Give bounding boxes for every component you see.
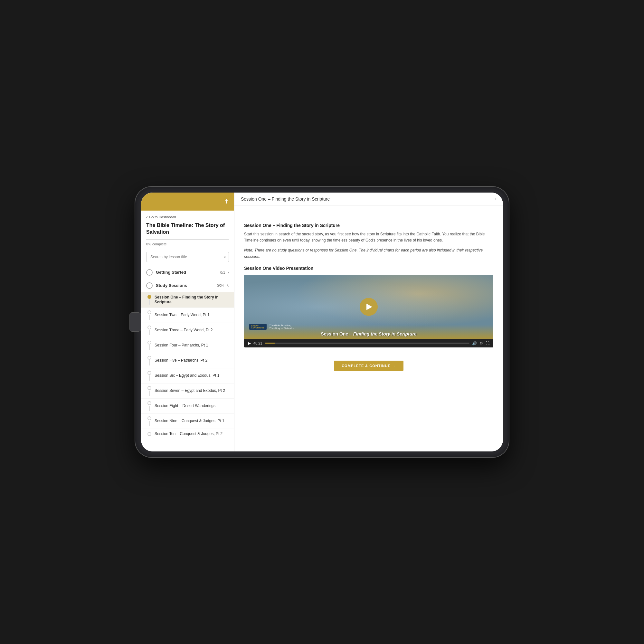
lesson-item-s3[interactable]: Session Three – Early World, Pt 2 <box>141 323 234 338</box>
main-content: Session One – Finding the Story in Scrip… <box>234 193 503 451</box>
lesson-item-s7[interactable]: Session Seven – Egypt and Exodus, Pt 2 <box>141 384 234 399</box>
content-section-title: Session One – Finding the Story in Scrip… <box>244 223 493 228</box>
lesson-dot-s2 <box>147 310 151 314</box>
section-count-study-sessions: 0/24 <box>217 284 224 288</box>
ipad-device: ⬆ Go to Dashboard The Bible Timeline: Th… <box>135 187 509 457</box>
lesson-title-s4: Session Four – Patriarchs, Pt 1 <box>155 343 208 348</box>
sidebar: ⬆ Go to Dashboard The Bible Timeline: Th… <box>141 193 234 451</box>
chevron-up-icon: ∧ <box>226 283 229 288</box>
lesson-dot-s3 <box>147 326 151 329</box>
content-note: Note: There are no study questions or re… <box>244 247 493 260</box>
ipad-screen: ⬆ Go to Dashboard The Bible Timeline: Th… <box>141 193 503 451</box>
lesson-item-s9[interactable]: Session Nine – Conquest & Judges, Pt 1 <box>141 414 234 429</box>
search-box: ▾ <box>146 252 229 262</box>
lesson-title-s2: Session Two – Early World, Pt 1 <box>155 313 210 318</box>
section-title-study-sessions: Study Sessions <box>156 283 217 288</box>
lesson-item-s5[interactable]: Session Five – Patriarchs, Pt 2 <box>141 353 234 368</box>
brand-line1: GREATADVENTURE <box>251 325 265 329</box>
search-input[interactable] <box>146 252 229 262</box>
play-pause-button[interactable]: ▶ <box>248 341 251 346</box>
section-circle-study <box>146 282 153 289</box>
progress-text: 0% complete <box>146 242 229 246</box>
course-title: The Bible Timeline: The Story of Salvati… <box>146 222 229 236</box>
brand-logo-area: GREATADVENTURE The Bible Timeline,The St… <box>249 324 295 330</box>
lesson-dot-s8 <box>147 401 151 405</box>
lesson-dot-container-s8 <box>147 401 151 411</box>
top-line <box>369 216 369 220</box>
lesson-item-s10[interactable]: Session Ten – Conquest & Judges, Pt 2 <box>141 429 234 440</box>
lesson-dot-s1 <box>147 295 151 299</box>
lesson-connector <box>149 375 150 381</box>
play-icon <box>366 304 372 310</box>
lesson-dot-s10 <box>147 432 151 436</box>
lesson-dot-container-s6 <box>147 371 151 381</box>
play-button[interactable] <box>360 298 378 316</box>
lesson-dot-container-s1 <box>147 295 151 305</box>
video-controls: ▶ 48:21 🔊 ⚙ ⛶ <box>244 339 493 347</box>
lesson-title-s1: Session One – Finding the Story in Scrip… <box>155 295 229 305</box>
video-thumbnail: Session One – Finding the Story in Scrip… <box>244 275 493 339</box>
lesson-item-s1[interactable]: Session One – Finding the Story in Scrip… <box>141 292 234 308</box>
lesson-title-s8: Session Eight – Desert Wanderings <box>155 403 215 409</box>
brand-badge: GREATADVENTURE <box>249 324 267 330</box>
lesson-item-s4[interactable]: Session Four – Patriarchs, Pt 1 <box>141 338 234 353</box>
lesson-dot-s4 <box>147 341 151 345</box>
video-time-display: 48:21 <box>253 341 262 345</box>
section-getting-started[interactable]: Getting Started 0/1 › <box>141 266 234 279</box>
lesson-connector <box>149 330 150 335</box>
section-study-sessions[interactable]: Study Sessions 0/24 ∧ <box>141 279 234 292</box>
lesson-dot-container-s5 <box>147 356 151 365</box>
content-divider <box>244 354 493 354</box>
lesson-dot-s9 <box>147 416 151 420</box>
expand-icon[interactable]: ⤢ <box>491 195 498 203</box>
lesson-item-s2[interactable]: Session Two – Early World, Pt 1 <box>141 308 234 323</box>
video-progress-track[interactable] <box>265 343 469 344</box>
lesson-connector <box>149 406 150 411</box>
complete-button-wrapper: COMPLETE & CONTINUE → <box>244 361 493 377</box>
lesson-connector <box>149 391 150 396</box>
top-decoration <box>244 213 493 223</box>
lesson-dot-container-s4 <box>147 341 151 350</box>
lesson-connector <box>149 421 150 426</box>
content-description: Start this session in search of the sacr… <box>244 231 493 243</box>
lesson-dot-container-s7 <box>147 386 151 396</box>
lesson-dot-container-s9 <box>147 416 151 426</box>
main-body: Session One – Finding the Story in Scrip… <box>234 205 503 451</box>
chevron-down-icon: › <box>228 270 229 274</box>
lesson-dot-s5 <box>147 356 151 360</box>
lesson-dot-container-s10 <box>147 432 151 436</box>
course-info: Go to Dashboard The Bible Timeline: The … <box>141 211 234 252</box>
volume-icon[interactable]: 🔊 <box>472 341 477 346</box>
sidebar-header: ⬆ <box>141 193 234 211</box>
video-session-text: Session One – Finding the Story in Scrip… <box>249 331 488 336</box>
progress-bar-container <box>146 239 229 240</box>
lesson-title-s3: Session Three – Early World, Pt 2 <box>155 328 213 333</box>
lesson-title-s9: Session Nine – Conquest & Judges, Pt 1 <box>155 419 224 424</box>
lesson-connector <box>149 360 150 365</box>
complete-continue-button[interactable]: COMPLETE & CONTINUE → <box>334 361 403 371</box>
section-title-getting-started: Getting Started <box>156 270 220 275</box>
lesson-title-s5: Session Five – Patriarchs, Pt 2 <box>155 358 207 363</box>
main-header-title: Session One – Finding the Story in Scrip… <box>241 196 330 202</box>
lesson-dot-s6 <box>147 371 151 375</box>
lesson-dot-container-s2 <box>147 310 151 320</box>
brand-line2: The Bible Timeline,The Story of Salvatio… <box>269 324 295 330</box>
lesson-title-s7: Session Seven – Egypt and Exodus, Pt 2 <box>155 388 225 393</box>
lesson-connector <box>149 299 150 305</box>
lesson-item-s8[interactable]: Session Eight – Desert Wanderings <box>141 399 234 414</box>
settings-icon[interactable]: ⚙ <box>479 341 483 346</box>
section-circle <box>146 269 153 276</box>
lesson-dot-s7 <box>147 386 151 390</box>
back-to-dashboard-link[interactable]: Go to Dashboard <box>146 214 229 220</box>
fullscreen-icon[interactable]: ⛶ <box>486 341 489 346</box>
lesson-title-s6: Session Six – Egypt and Exodus, Pt 1 <box>155 373 219 378</box>
main-header: Session One – Finding the Story in Scrip… <box>234 193 503 205</box>
lesson-connector <box>149 345 150 350</box>
lesson-item-s6[interactable]: Session Six – Egypt and Exodus, Pt 1 <box>141 368 234 384</box>
video-progress-played <box>265 343 275 344</box>
home-button[interactable] <box>129 312 141 332</box>
video-player: Session One – Finding the Story in Scrip… <box>244 275 493 347</box>
section-count-getting-started: 0/1 <box>220 270 225 274</box>
share-icon[interactable]: ⬆ <box>224 198 229 205</box>
video-section-title: Session One Video Presentation <box>244 266 493 271</box>
